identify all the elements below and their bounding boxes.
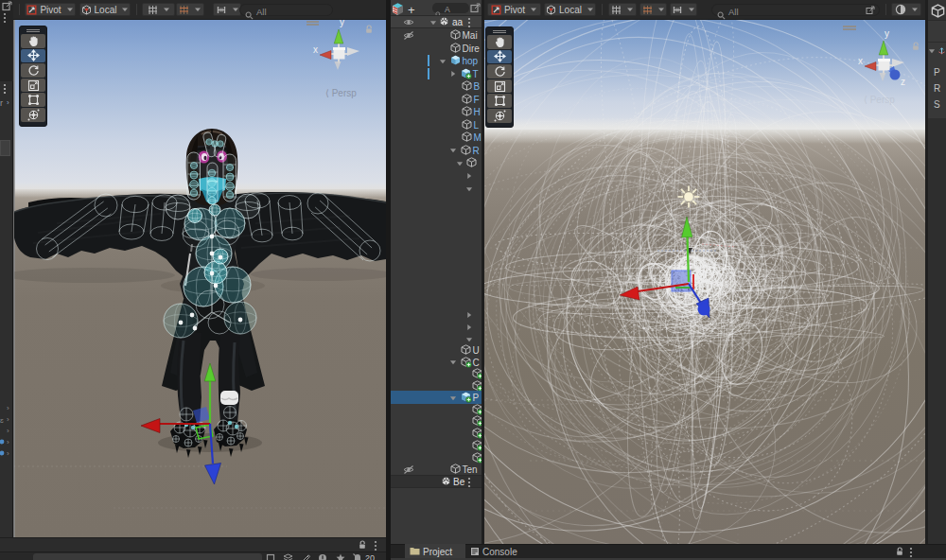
svg-text:x: x xyxy=(313,44,318,55)
svg-text:x: x xyxy=(858,56,863,66)
svg-text:y: y xyxy=(340,17,344,27)
svg-text:y: y xyxy=(885,28,889,39)
svg-text:z: z xyxy=(901,77,905,87)
